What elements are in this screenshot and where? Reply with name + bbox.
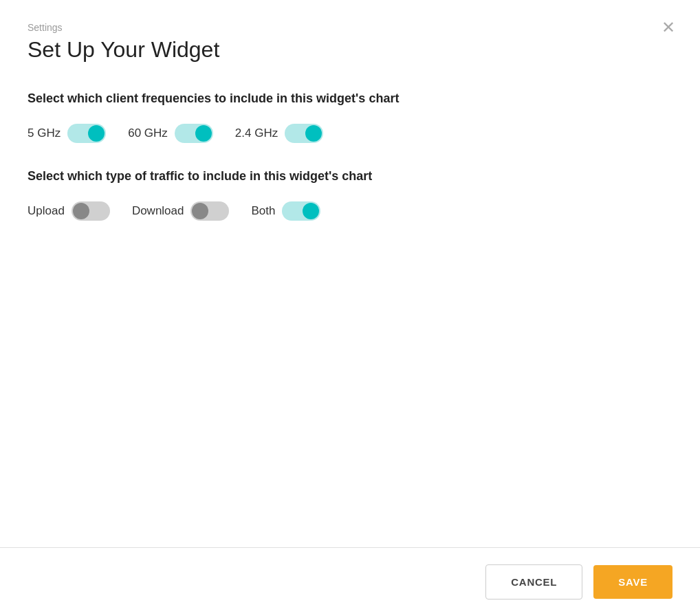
toggle-item-5ghz: 5 GHz (28, 124, 106, 143)
toggle-label-upload: Upload (28, 204, 65, 218)
modal-dialog: Settings Set Up Your Widget ✕ Select whi… (0, 0, 700, 616)
toggle-download[interactable] (190, 201, 229, 221)
toggle-item-60ghz: 60 GHz (128, 124, 213, 143)
page-title: Set Up Your Widget (28, 37, 672, 63)
frequencies-toggle-row: 5 GHz 60 GHz 2.4 GHz (28, 124, 672, 143)
toggle-label-5ghz: 5 GHz (28, 126, 61, 140)
traffic-section: Select which type of traffic to include … (28, 168, 672, 221)
toggle-item-both: Both (251, 201, 320, 221)
toggle-thumb-60ghz (195, 125, 212, 142)
traffic-toggle-row: Upload Download Both (28, 201, 672, 221)
toggle-24ghz[interactable] (285, 124, 323, 143)
toggle-label-24ghz: 2.4 GHz (235, 126, 278, 140)
toggle-item-24ghz: 2.4 GHz (235, 124, 323, 143)
toggle-both[interactable] (282, 201, 320, 221)
cancel-button[interactable]: CANCEL (485, 564, 582, 600)
close-button[interactable]: ✕ (659, 16, 678, 38)
modal-body: Select which client frequencies to inclu… (0, 76, 700, 547)
settings-label: Settings (28, 22, 672, 33)
toggle-item-upload: Upload (28, 201, 110, 221)
modal-footer: CANCEL SAVE (0, 548, 700, 616)
toggle-label-both: Both (251, 204, 275, 218)
frequencies-title: Select which client frequencies to inclu… (28, 90, 672, 107)
toggle-upload[interactable] (72, 201, 110, 221)
toggle-60ghz[interactable] (175, 124, 213, 143)
frequencies-section: Select which client frequencies to inclu… (28, 90, 672, 143)
toggle-label-60ghz: 60 GHz (128, 126, 168, 140)
toggle-item-download: Download (132, 201, 230, 221)
save-button[interactable]: SAVE (593, 565, 672, 599)
toggle-5ghz[interactable] (67, 124, 106, 143)
traffic-title: Select which type of traffic to include … (28, 168, 672, 185)
modal-header: Settings Set Up Your Widget ✕ (0, 0, 700, 76)
toggle-label-download: Download (132, 204, 184, 218)
